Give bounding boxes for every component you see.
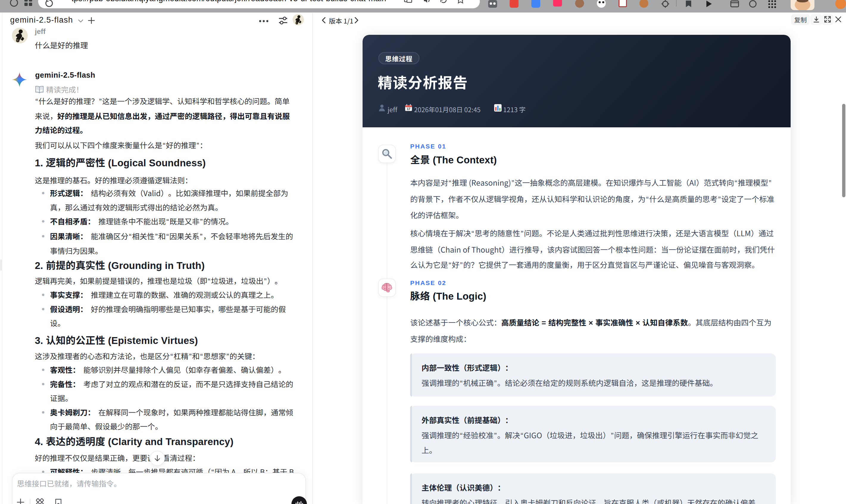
svg-text:17: 17 [407, 107, 410, 111]
